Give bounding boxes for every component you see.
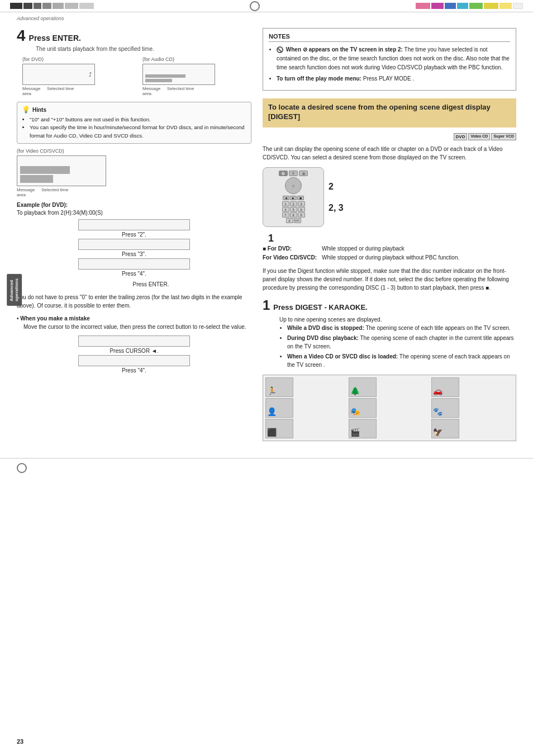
note-item-2: To turn off the play mode menu: Press PL… bbox=[277, 74, 510, 83]
vcd-bar-row-bottom bbox=[20, 175, 103, 183]
for-audio-cd-label: (for Audio CD) bbox=[142, 56, 251, 62]
for-vcd-row: For Video CD/SVCD: While stopped or duri… bbox=[263, 253, 516, 262]
dvd-area-labels: Messagearea Selected time bbox=[22, 86, 131, 96]
display-audio-cd: (for Audio CD) Messagearea Selected time bbox=[142, 56, 251, 96]
for-dvd-key: ■ For DVD: bbox=[263, 244, 318, 253]
remote-num-row-4: 0 DGT bbox=[266, 218, 321, 223]
breadcrumb: Advanced operations bbox=[0, 12, 533, 22]
note-strong-1: When ⊘ appears on the TV screen in step … bbox=[286, 46, 403, 53]
deco-color-7 bbox=[499, 3, 512, 9]
notes-box: NOTES When ⊘ appears on the TV screen in… bbox=[263, 28, 516, 91]
remote-num-1: 1 bbox=[282, 201, 289, 206]
step-label-23-right: 2, 3 bbox=[329, 203, 344, 213]
section4-header: 4 Press ENTER. bbox=[17, 28, 251, 44]
audio-cd-message-label: Messagearea bbox=[142, 86, 165, 96]
bulb-icon: 💡 bbox=[22, 106, 30, 114]
digest-step1-bullets: While a DVD disc is stopped: The opening… bbox=[279, 324, 516, 369]
example-text: To playback from 2(H):34(M):00(S) bbox=[17, 210, 251, 216]
mistake-bullet: • When you make a mistake bbox=[17, 315, 251, 322]
digest-step-1: 1 Press DIGEST - KARAOKE. Up to nine ope… bbox=[263, 297, 516, 369]
disc-badges: DVD Video CD Super VCD bbox=[263, 133, 516, 141]
remote-top-row: ⏻ ≡ ⚙ bbox=[266, 171, 321, 176]
for-dvd-label: (for DVD) bbox=[22, 56, 131, 62]
left-column: 4 Press ENTER. The unit starts playback … bbox=[17, 28, 251, 441]
scene-thumb-3: 🚗 bbox=[431, 377, 459, 397]
note-strong-2: To turn off the play mode menu: bbox=[277, 75, 361, 82]
remote-small-1: ◀ bbox=[283, 196, 289, 200]
deco-color-3 bbox=[445, 3, 456, 9]
digest-step1-number: 1 bbox=[263, 297, 270, 313]
remote-num-7: 7 bbox=[282, 212, 289, 218]
remote-small-row: ◀ ▶ ◼ bbox=[266, 196, 321, 200]
mistake-desc: Move the cursor to the incorrect value, … bbox=[23, 324, 251, 330]
note-item-1: When ⊘ appears on the TV screen in step … bbox=[277, 45, 510, 72]
deco-color-2 bbox=[431, 3, 444, 9]
remote-num-row-1: 1 2 3 bbox=[266, 201, 321, 206]
digest-bullet-2: During DVD disc playback: The opening sc… bbox=[287, 334, 516, 351]
note-text-2: Press PLAY MODE . bbox=[363, 75, 414, 82]
scene-thumb-9-icon: 🦅 bbox=[433, 428, 442, 437]
remote-diagram: ⏻ ≡ ⚙ ◇ ◀ ▶ ◼ 1 2 3 bbox=[263, 167, 324, 227]
remote-num-6: 6 bbox=[298, 207, 305, 212]
audio-cd-bar-bottom bbox=[145, 79, 172, 82]
mistake-section: • When you make a mistake Move the curso… bbox=[17, 315, 251, 330]
digest-description: The unit can display the opening scene o… bbox=[263, 145, 516, 162]
digest-bullet2-strong: During DVD disc playback: bbox=[287, 335, 359, 341]
deco-block-4 bbox=[42, 3, 51, 9]
scene-thumb-9: 🦅 bbox=[431, 419, 459, 438]
deco-color-5 bbox=[469, 3, 483, 9]
digest-note: If you use the Digest function while sto… bbox=[263, 267, 516, 292]
scene-thumb-7-icon: ⬛ bbox=[267, 428, 277, 437]
scene-thumb-2-icon: 🌲 bbox=[350, 386, 360, 395]
vcd-bar-2 bbox=[20, 175, 53, 183]
hint-item-2: You can specify the time in hour/minute/… bbox=[30, 124, 246, 140]
no-symbol-icon bbox=[277, 46, 283, 53]
hints-title: 💡 Hints bbox=[22, 106, 246, 114]
deco-block-5 bbox=[53, 3, 64, 9]
digest-step1-intro: Up to nine opening scenes are displayed. bbox=[279, 315, 516, 324]
top-decoration-bar bbox=[0, 0, 533, 12]
deco-block-7 bbox=[79, 3, 94, 9]
step-label-3: Press "4". bbox=[122, 271, 146, 277]
scene-thumb-3-icon: 🚗 bbox=[433, 386, 442, 395]
step-input-3 bbox=[78, 258, 190, 270]
scene-thumb-4-icon: 👤 bbox=[267, 407, 277, 416]
digest-bullet1-text: The opening scene of each title appears … bbox=[365, 325, 510, 331]
digest-section-header: To locate a desired scene from the openi… bbox=[263, 98, 516, 127]
section4-title: Press ENTER. bbox=[29, 34, 81, 42]
deco-blocks-right bbox=[416, 3, 523, 9]
for-dvd-row: ■ For DVD: While stopped or during playb… bbox=[263, 244, 516, 253]
deco-color-8 bbox=[513, 3, 523, 9]
scene-thumb-4: 👤 bbox=[265, 398, 293, 418]
scene-thumb-6: 🐾 bbox=[431, 398, 459, 418]
scene-thumb-5-icon: 🎭 bbox=[350, 407, 360, 416]
step-boxes: Press "2". Press "3". Press "4". bbox=[17, 219, 251, 278]
scene-thumb-7: ⬛ bbox=[265, 419, 293, 438]
remote-num-3: 3 bbox=[298, 201, 305, 206]
step-label-2: Press "3". bbox=[122, 251, 146, 257]
disc-badge-dvd: DVD bbox=[454, 133, 468, 141]
hints-list: "10" and "+10" buttons are not used in t… bbox=[22, 116, 246, 140]
digest-step1-body: Up to nine opening scenes are displayed.… bbox=[279, 315, 516, 369]
section4-subtitle: The unit starts playback from the specif… bbox=[36, 46, 251, 52]
remote-num-0: 0 bbox=[286, 218, 293, 223]
deco-block-3 bbox=[34, 3, 41, 9]
vcd-selected-time-label: Selected time bbox=[41, 187, 68, 197]
cursor-step-boxes: Press CURSOR ◄. Press "4". bbox=[17, 336, 251, 375]
remote-num-8: 8 bbox=[290, 212, 297, 218]
bottom-area: 23 bbox=[0, 458, 533, 478]
deco-color-6 bbox=[484, 3, 498, 9]
dvd-message-area-label: Messagearea bbox=[22, 86, 45, 96]
bottom-compass bbox=[17, 463, 27, 473]
step-label-2-right: 2 bbox=[329, 182, 344, 192]
remote-num-row-3: 7 8 9 bbox=[266, 212, 321, 218]
display-row: (for DVD) ⤴ Messagearea Selected time (f… bbox=[22, 56, 251, 96]
notes-title: NOTES bbox=[269, 33, 510, 42]
advanced-operations-tab: Advancedoperations bbox=[7, 274, 22, 306]
digest-bullet-1: While a DVD disc is stopped: The opening… bbox=[287, 324, 516, 332]
cursor-step-label-1: Press CURSOR ◄. bbox=[110, 348, 158, 354]
dvd-screen: ⤴ bbox=[22, 64, 95, 85]
dvd-selected-time-label: Selected time bbox=[47, 86, 74, 96]
scene-thumb-5: 🎭 bbox=[349, 398, 377, 418]
deco-block-2 bbox=[23, 3, 32, 9]
